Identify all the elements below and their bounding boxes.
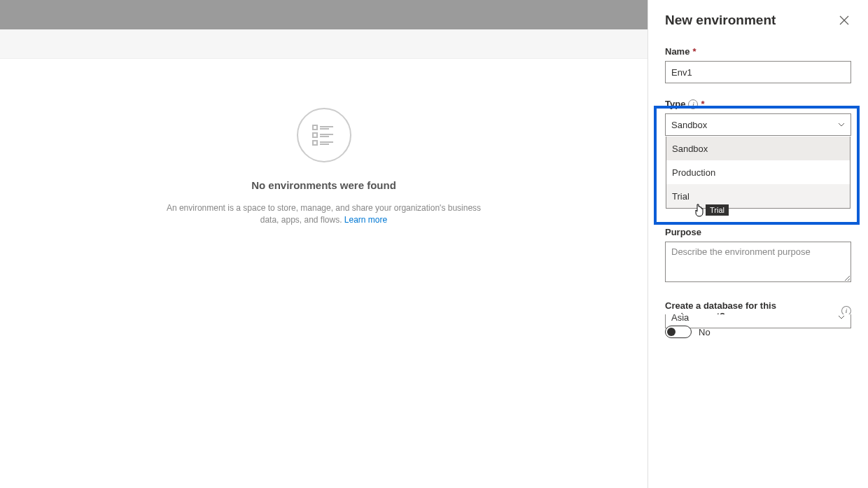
- name-label: Name *: [665, 46, 851, 57]
- region-field-partial: Asia: [665, 314, 851, 330]
- info-icon[interactable]: i: [688, 99, 698, 109]
- name-label-text: Name: [665, 46, 690, 57]
- toggle-knob: [667, 328, 676, 336]
- svg-rect-2: [313, 141, 317, 145]
- empty-desc-text: An environment is a space to store, mana…: [167, 203, 481, 225]
- learn-more-link[interactable]: Learn more: [344, 215, 387, 225]
- required-indicator: *: [692, 46, 696, 57]
- purpose-label: Purpose: [665, 227, 851, 237]
- chevron-down-icon: [838, 314, 845, 321]
- purpose-field: Purpose: [665, 227, 851, 285]
- purpose-label-text: Purpose: [665, 227, 701, 237]
- type-dropdown-list: Sandbox Production Trial: [666, 137, 850, 209]
- type-field: Type i * Sandbox Sandbox Production Tria…: [665, 99, 851, 136]
- type-label: Type i *: [665, 99, 851, 109]
- type-select[interactable]: Sandbox Sandbox Production Trial: [665, 113, 851, 136]
- panel-title: New environment: [665, 13, 776, 28]
- name-input[interactable]: [665, 61, 851, 83]
- type-option-sandbox[interactable]: Sandbox: [666, 137, 850, 160]
- create-db-toggle[interactable]: [665, 326, 692, 338]
- region-selected-value: Asia: [671, 314, 689, 323]
- empty-state: No environments were found An environmen…: [163, 108, 485, 226]
- close-button[interactable]: [837, 13, 851, 27]
- type-label-text: Type: [665, 99, 685, 109]
- svg-rect-1: [313, 133, 317, 137]
- list-icon: [297, 108, 351, 162]
- panel-header: New environment: [665, 13, 851, 28]
- close-icon: [839, 15, 849, 25]
- type-option-production[interactable]: Production: [666, 160, 850, 184]
- type-selected-value: Sandbox: [671, 120, 707, 130]
- svg-rect-0: [313, 125, 317, 130]
- chevron-down-icon: [838, 121, 845, 128]
- required-indicator: *: [701, 99, 704, 109]
- purpose-textarea[interactable]: [665, 242, 851, 282]
- trial-tooltip: Trial: [706, 204, 729, 216]
- region-select[interactable]: Asia: [665, 314, 851, 328]
- main-content: No environments were found An environmen…: [0, 59, 648, 488]
- name-field: Name *: [665, 46, 851, 83]
- type-option-trial[interactable]: Trial: [666, 184, 850, 208]
- empty-description: An environment is a space to store, mana…: [163, 202, 485, 226]
- new-environment-panel: New environment Name * Type i * Sandbox …: [648, 0, 868, 488]
- empty-title: No environments were found: [251, 179, 396, 191]
